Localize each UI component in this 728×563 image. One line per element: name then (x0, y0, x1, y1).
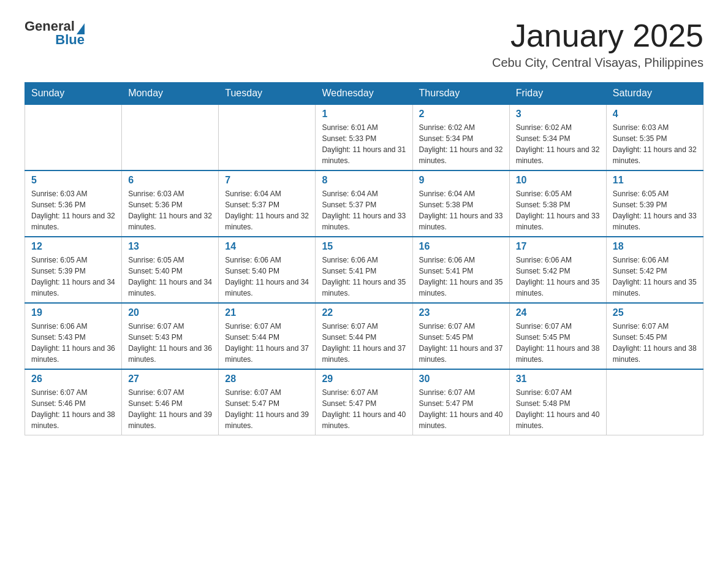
day-number: 6 (128, 175, 212, 186)
calendar-table: SundayMondayTuesdayWednesdayThursdayFrid… (25, 82, 703, 435)
weekday-header-saturday: Saturday (606, 83, 703, 105)
day-number: 18 (613, 241, 697, 252)
day-number: 11 (613, 175, 697, 186)
calendar-cell: 9Sunrise: 6:04 AMSunset: 5:38 PMDaylight… (412, 170, 509, 237)
weekday-header-friday: Friday (509, 83, 606, 105)
day-info: Sunrise: 6:03 AMSunset: 5:35 PMDaylight:… (613, 122, 697, 166)
calendar-cell: 11Sunrise: 6:05 AMSunset: 5:39 PMDayligh… (606, 170, 703, 237)
calendar-cell: 25Sunrise: 6:07 AMSunset: 5:45 PMDayligh… (606, 303, 703, 369)
page-header: General Blue January 2025 Cebu City, Cen… (25, 18, 703, 70)
day-number: 16 (419, 241, 503, 252)
day-info: Sunrise: 6:07 AMSunset: 5:46 PMDaylight:… (128, 387, 212, 431)
day-info: Sunrise: 6:07 AMSunset: 5:45 PMDaylight:… (516, 321, 600, 365)
logo[interactable]: General Blue (25, 18, 85, 48)
day-info: Sunrise: 6:07 AMSunset: 5:48 PMDaylight:… (516, 387, 600, 431)
week-row-1: 1Sunrise: 6:01 AMSunset: 5:33 PMDaylight… (25, 104, 703, 170)
day-number: 25 (613, 307, 697, 318)
calendar-cell: 1Sunrise: 6:01 AMSunset: 5:33 PMDaylight… (316, 104, 412, 170)
calendar-cell: 4Sunrise: 6:03 AMSunset: 5:35 PMDaylight… (606, 104, 703, 170)
day-info: Sunrise: 6:07 AMSunset: 5:47 PMDaylight:… (419, 387, 503, 431)
calendar-cell: 12Sunrise: 6:05 AMSunset: 5:39 PMDayligh… (25, 237, 122, 303)
day-info: Sunrise: 6:07 AMSunset: 5:47 PMDaylight:… (225, 387, 309, 431)
day-info: Sunrise: 6:07 AMSunset: 5:44 PMDaylight:… (322, 321, 406, 365)
calendar-cell: 7Sunrise: 6:04 AMSunset: 5:37 PMDaylight… (219, 170, 316, 237)
calendar-cell: 30Sunrise: 6:07 AMSunset: 5:47 PMDayligh… (412, 369, 509, 435)
day-number: 17 (516, 241, 600, 252)
day-number: 22 (322, 307, 406, 318)
calendar-cell: 21Sunrise: 6:07 AMSunset: 5:44 PMDayligh… (219, 303, 316, 369)
logo-icon: General Blue (25, 18, 85, 48)
day-number: 4 (613, 109, 697, 120)
day-number: 15 (322, 241, 406, 252)
day-info: Sunrise: 6:06 AMSunset: 5:41 PMDaylight:… (419, 255, 503, 299)
calendar-cell: 24Sunrise: 6:07 AMSunset: 5:45 PMDayligh… (509, 303, 606, 369)
day-info: Sunrise: 6:06 AMSunset: 5:41 PMDaylight:… (322, 255, 406, 299)
day-info: Sunrise: 6:07 AMSunset: 5:45 PMDaylight:… (613, 321, 697, 365)
title-area: January 2025 Cebu City, Central Visayas,… (492, 18, 703, 70)
day-number: 21 (225, 307, 309, 318)
weekday-header-thursday: Thursday (412, 83, 509, 105)
weekday-header-sunday: Sunday (25, 83, 122, 105)
calendar-cell: 29Sunrise: 6:07 AMSunset: 5:47 PMDayligh… (316, 369, 412, 435)
calendar-cell: 28Sunrise: 6:07 AMSunset: 5:47 PMDayligh… (219, 369, 316, 435)
month-title: January 2025 (492, 18, 703, 53)
day-info: Sunrise: 6:06 AMSunset: 5:40 PMDaylight:… (225, 255, 309, 299)
day-info: Sunrise: 6:02 AMSunset: 5:34 PMDaylight:… (419, 122, 503, 166)
day-info: Sunrise: 6:05 AMSunset: 5:38 PMDaylight:… (516, 188, 600, 232)
calendar-cell (219, 104, 316, 170)
calendar-cell (606, 369, 703, 435)
day-number: 28 (225, 373, 309, 385)
day-info: Sunrise: 6:03 AMSunset: 5:36 PMDaylight:… (128, 188, 212, 232)
week-row-5: 26Sunrise: 6:07 AMSunset: 5:46 PMDayligh… (25, 369, 703, 435)
day-number: 13 (128, 241, 212, 252)
day-info: Sunrise: 6:07 AMSunset: 5:47 PMDaylight:… (322, 387, 406, 431)
calendar-cell: 6Sunrise: 6:03 AMSunset: 5:36 PMDaylight… (122, 170, 219, 237)
calendar-cell: 5Sunrise: 6:03 AMSunset: 5:36 PMDaylight… (25, 170, 122, 237)
calendar-cell: 22Sunrise: 6:07 AMSunset: 5:44 PMDayligh… (316, 303, 412, 369)
day-number: 10 (516, 175, 600, 186)
day-number: 8 (322, 175, 406, 186)
day-info: Sunrise: 6:05 AMSunset: 5:39 PMDaylight:… (31, 255, 115, 299)
day-info: Sunrise: 6:07 AMSunset: 5:46 PMDaylight:… (31, 387, 115, 431)
weekday-header-wednesday: Wednesday (316, 83, 412, 105)
day-number: 3 (516, 109, 600, 120)
day-number: 1 (322, 109, 406, 120)
day-number: 23 (419, 307, 503, 318)
day-number: 27 (128, 373, 212, 385)
day-info: Sunrise: 6:05 AMSunset: 5:40 PMDaylight:… (128, 255, 212, 299)
weekday-header-tuesday: Tuesday (219, 83, 316, 105)
calendar-cell: 27Sunrise: 6:07 AMSunset: 5:46 PMDayligh… (122, 369, 219, 435)
day-number: 24 (516, 307, 600, 318)
calendar-cell: 3Sunrise: 6:02 AMSunset: 5:34 PMDaylight… (509, 104, 606, 170)
calendar-cell: 31Sunrise: 6:07 AMSunset: 5:48 PMDayligh… (509, 369, 606, 435)
day-info: Sunrise: 6:04 AMSunset: 5:37 PMDaylight:… (322, 188, 406, 232)
day-number: 19 (31, 307, 115, 318)
day-info: Sunrise: 6:06 AMSunset: 5:42 PMDaylight:… (613, 255, 697, 299)
day-number: 30 (419, 373, 503, 385)
day-info: Sunrise: 6:04 AMSunset: 5:38 PMDaylight:… (419, 188, 503, 232)
day-number: 20 (128, 307, 212, 318)
day-info: Sunrise: 6:03 AMSunset: 5:36 PMDaylight:… (31, 188, 115, 232)
calendar-cell: 10Sunrise: 6:05 AMSunset: 5:38 PMDayligh… (509, 170, 606, 237)
day-info: Sunrise: 6:05 AMSunset: 5:39 PMDaylight:… (613, 188, 697, 232)
day-number: 14 (225, 241, 309, 252)
day-number: 5 (31, 175, 115, 186)
day-info: Sunrise: 6:07 AMSunset: 5:45 PMDaylight:… (419, 321, 503, 365)
day-info: Sunrise: 6:07 AMSunset: 5:44 PMDaylight:… (225, 321, 309, 365)
day-number: 31 (516, 373, 600, 385)
day-info: Sunrise: 6:07 AMSunset: 5:43 PMDaylight:… (128, 321, 212, 365)
day-number: 9 (419, 175, 503, 186)
location-title: Cebu City, Central Visayas, Philippines (492, 56, 703, 70)
calendar-cell: 17Sunrise: 6:06 AMSunset: 5:42 PMDayligh… (509, 237, 606, 303)
week-row-3: 12Sunrise: 6:05 AMSunset: 5:39 PMDayligh… (25, 237, 703, 303)
calendar-cell: 18Sunrise: 6:06 AMSunset: 5:42 PMDayligh… (606, 237, 703, 303)
calendar-cell: 14Sunrise: 6:06 AMSunset: 5:40 PMDayligh… (219, 237, 316, 303)
day-number: 7 (225, 175, 309, 186)
calendar-cell: 2Sunrise: 6:02 AMSunset: 5:34 PMDaylight… (412, 104, 509, 170)
calendar-cell: 26Sunrise: 6:07 AMSunset: 5:46 PMDayligh… (25, 369, 122, 435)
weekday-header-monday: Monday (122, 83, 219, 105)
calendar-cell: 15Sunrise: 6:06 AMSunset: 5:41 PMDayligh… (316, 237, 412, 303)
calendar-cell: 16Sunrise: 6:06 AMSunset: 5:41 PMDayligh… (412, 237, 509, 303)
calendar-cell: 23Sunrise: 6:07 AMSunset: 5:45 PMDayligh… (412, 303, 509, 369)
day-number: 26 (31, 373, 115, 385)
